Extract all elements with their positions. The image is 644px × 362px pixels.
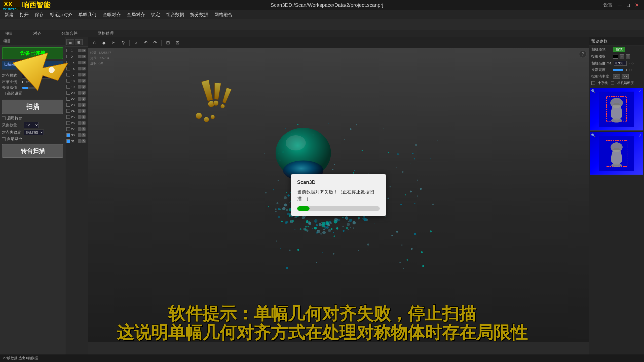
list-item[interactable]: 1⊙ (65, 48, 88, 54)
list-item-checkbox[interactable] (66, 139, 70, 143)
projection-pattern-grid[interactable]: ⊞ (626, 54, 630, 59)
vp-pin-icon[interactable]: ⚲ (119, 38, 127, 47)
expand-icon-1[interactable]: ⤢ (639, 89, 642, 93)
projection-brightness-label: 投影亮度 (591, 68, 612, 72)
list-item-icon-2: ⊙ (82, 97, 86, 101)
vp-diamond-icon[interactable]: ◆ (100, 38, 108, 47)
list-item[interactable]: 2⊙ (65, 54, 88, 60)
maximize-button[interactable]: □ (627, 2, 630, 8)
camera-brightness-input[interactable] (614, 61, 627, 66)
list-item-checkbox[interactable] (66, 103, 70, 107)
auto-merge-label: 自动融合 (7, 137, 22, 141)
expand-icon-2[interactable]: ⤢ (639, 133, 642, 137)
view-list-btn[interactable]: ☰ (66, 39, 74, 45)
list-item[interactable]: 19⊙ (65, 84, 88, 90)
list-item-icon-1 (78, 139, 82, 143)
view-grid-btn[interactable]: ⊞ (75, 39, 83, 45)
list-item-checkbox[interactable] (66, 85, 70, 89)
viewport[interactable]: 帧数: 1225647 范围: 555794 透明: 0/0 ? (88, 48, 589, 342)
list-item[interactable]: 22⊙ (65, 96, 88, 102)
list-item[interactable]: 26⊙ (65, 120, 88, 126)
list-item-checkbox[interactable] (66, 67, 70, 70)
zoom-icon-2[interactable]: 🔍 (591, 133, 595, 137)
list-item[interactable]: 14⊙ (65, 60, 88, 66)
minimize-button[interactable]: ─ (618, 2, 622, 8)
camera-brightness-minus[interactable]: · (629, 61, 630, 66)
list-item-checkbox[interactable] (66, 61, 70, 64)
list-item[interactable]: 30⊙ (65, 132, 88, 138)
list-item-checkbox[interactable] (66, 115, 70, 119)
sharpness-back-btn[interactable]: << (613, 74, 620, 79)
sharpness-fwd-btn[interactable]: >> (622, 74, 629, 79)
list-item[interactable]: 27⊙ (65, 126, 88, 132)
list-item-checkbox[interactable] (66, 73, 70, 76)
list-item-icon-2: ⊙ (82, 73, 86, 76)
list-item[interactable]: 17⊙ (65, 72, 88, 78)
menu-full-align[interactable]: 全幅对齐 (100, 11, 123, 19)
menu-lock[interactable]: 锁定 (148, 11, 163, 19)
list-item-checkbox[interactable] (66, 127, 70, 131)
vp-home-icon[interactable]: ⌂ (90, 38, 99, 47)
list-item-icon-2: ⊙ (82, 91, 86, 95)
settings-label[interactable]: 设置 (603, 2, 613, 8)
menu-mesh-merge[interactable]: 网格融合 (212, 11, 235, 19)
list-item[interactable]: 20⊙ (65, 90, 88, 96)
vp-redo-icon[interactable]: ↷ (151, 38, 159, 47)
menu-single-frame[interactable]: 单幅几何 (76, 11, 99, 19)
camera-brightness-circle[interactable]: ○ (631, 61, 634, 66)
turntable-checkbox[interactable] (2, 116, 6, 120)
list-item-checkbox[interactable] (66, 49, 70, 52)
fail-action-select[interactable]: 停止扫描 继续扫描 (24, 130, 44, 135)
list-item-checkbox[interactable] (66, 109, 70, 113)
auto-merge-checkbox[interactable] (2, 137, 6, 141)
list-item-checkbox[interactable] (66, 133, 70, 137)
list-item-icon-2: ⊙ (82, 85, 86, 89)
align-mode-select[interactable]: 单幅几何 全幅对齐 标记点 (22, 72, 50, 78)
list-item[interactable]: 31⊙ (65, 138, 88, 144)
list-item[interactable]: 23⊙ (65, 102, 88, 108)
menu-combine[interactable]: 组合数据 (164, 11, 187, 19)
list-item-checkbox[interactable] (66, 91, 70, 95)
close-button[interactable]: ✕ (635, 2, 639, 8)
scan-params-label: 扫描参数 (4, 62, 61, 67)
menu-save[interactable]: 保存 (32, 11, 46, 19)
menu-global-align[interactable]: 全局对齐 (124, 11, 147, 19)
list-item[interactable]: 24⊙ (65, 108, 88, 114)
vp-cut-icon[interactable]: ✂ (109, 38, 118, 47)
vp-undo-icon[interactable]: ↶ (141, 38, 150, 47)
list-item[interactable]: 16⊙ (65, 66, 88, 72)
statusbar: 27帧数据 选出1帧数据 (0, 354, 644, 362)
vp-grid-icon[interactable]: ⊞ (164, 38, 172, 47)
projection-pattern-swatch[interactable] (613, 55, 618, 59)
list-item[interactable]: 18⊙ (65, 78, 88, 84)
list-item[interactable]: 25⊙ (65, 114, 88, 120)
menu-open[interactable]: 打开 (17, 11, 31, 19)
camera-view-inner-2 (590, 132, 643, 175)
list-item-number: 16 (71, 67, 77, 71)
threshold-slider[interactable] (22, 87, 37, 89)
zoom-icon-1[interactable]: 🔍 (591, 89, 595, 93)
list-item-checkbox[interactable] (66, 121, 70, 125)
list-item-checkbox[interactable] (66, 55, 70, 58)
projection-brightness-value: 100 (626, 68, 631, 72)
capture-count-select[interactable]: 12 8 16 (24, 122, 39, 128)
advanced-checkbox[interactable] (2, 92, 6, 95)
threshold-label: 去噪阈值 (2, 85, 22, 90)
vp-circle-icon[interactable]: ○ (132, 38, 140, 47)
menu-marker-align[interactable]: 标记点对齐 (47, 11, 75, 19)
vp-settings-icon[interactable]: ⊠ (173, 38, 182, 47)
scan-button[interactable]: 扫描 (2, 100, 63, 114)
camera-sharpness-checkbox[interactable] (611, 81, 614, 85)
list-item-checkbox[interactable] (66, 79, 70, 83)
list-item-number: 17 (71, 73, 77, 77)
list-item-icon-1 (78, 115, 82, 119)
camera-preview-label: 相机预览 (591, 47, 612, 52)
turntable-scan-button[interactable]: 转台扫描 (2, 144, 63, 158)
preview-button[interactable]: 预览 (613, 47, 625, 52)
list-item-checkbox[interactable] (66, 97, 70, 101)
projection-pattern-plus[interactable]: + (620, 54, 624, 59)
menu-new[interactable]: 新建 (2, 11, 16, 19)
menu-split[interactable]: 拆分数据 (188, 11, 211, 19)
list-item-icon-1 (78, 133, 82, 137)
crosshair-checkbox[interactable] (591, 81, 595, 85)
